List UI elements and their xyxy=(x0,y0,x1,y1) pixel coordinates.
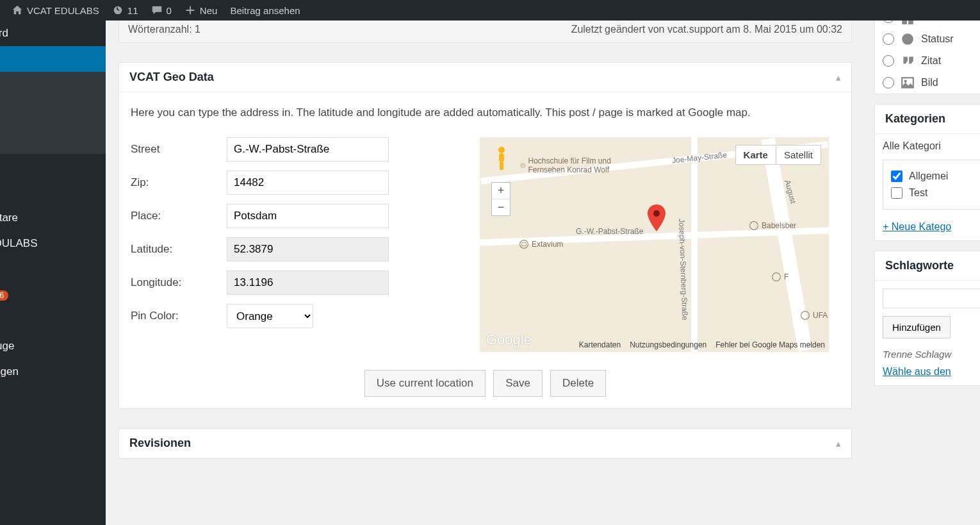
sidebar-item[interactable]: ommentare xyxy=(0,205,106,231)
home-icon xyxy=(12,4,23,16)
sidebar-item[interactable]: orien xyxy=(0,113,106,133)
category-item[interactable]: Allgemei xyxy=(891,168,980,185)
tags-panel: Schlagworte Hinzufügen Trenne Schlagw Wä… xyxy=(874,251,980,386)
zip-label: Zip: xyxy=(131,176,227,189)
update-icon xyxy=(112,4,124,16)
admin-bar: VCAT EDULABS 11 0 Neu Beitrag ansehen xyxy=(0,0,980,21)
road-label: Joe-May-Straße xyxy=(672,151,728,165)
svg-rect-8 xyxy=(500,162,502,170)
sidebar-item[interactable]: Verkzeuge xyxy=(0,333,106,359)
category-item[interactable]: Test xyxy=(891,185,980,201)
longitude-input xyxy=(227,271,389,295)
panel-title: Revisionen xyxy=(129,437,191,450)
zoom-in-button[interactable]: + xyxy=(492,183,510,199)
add-category-link[interactable]: + Neue Katego xyxy=(875,217,980,240)
categories-header[interactable]: Kategorien xyxy=(875,104,980,134)
latitude-input xyxy=(227,237,389,262)
adminbar-view-post[interactable]: Beitrag ansehen xyxy=(224,5,306,16)
category-checkbox[interactable] xyxy=(891,187,902,199)
pin-color-select[interactable]: Orange xyxy=(227,304,313,328)
collapse-icon[interactable]: ▴ xyxy=(836,72,841,83)
geo-description: Here you can type the address in. The la… xyxy=(131,104,840,121)
format-option[interactable]: Bild xyxy=(875,72,980,94)
poi-icon xyxy=(771,272,781,282)
map-type-karte[interactable]: Karte xyxy=(735,145,776,165)
zoom-out-button[interactable]: − xyxy=(492,199,510,215)
save-button[interactable]: Save xyxy=(493,370,543,397)
map-footer: Kartendaten Nutzungsbedingungen Fehler b… xyxy=(480,340,825,349)
geo-panel-header[interactable]: VCAT Geo Data ▴ xyxy=(119,63,851,92)
street-label: Street xyxy=(131,143,227,156)
revisions-panel: Revisionen ▴ xyxy=(118,428,852,459)
svg-point-10 xyxy=(653,210,660,217)
sidebar-item[interactable]: ledien xyxy=(0,154,106,179)
delete-button[interactable]: Delete xyxy=(550,370,606,397)
sidebar-item[interactable]: CAT EDULABS xyxy=(0,231,106,256)
plus-icon xyxy=(184,4,196,16)
google-map[interactable]: G.-W.-Pabst-Straße Joe-May-Straße Joseph… xyxy=(480,137,829,352)
sidebar-item[interactable]: enutzer xyxy=(0,308,106,333)
format-radio[interactable] xyxy=(883,55,894,67)
categories-panel: Kategorien Alle Kategori AllgemeiTest + … xyxy=(874,104,980,241)
sidebar-item[interactable]: lugins6 xyxy=(0,282,106,308)
category-label: Test xyxy=(909,187,927,199)
sidebar-item[interactable]: gworte xyxy=(0,133,106,154)
svg-rect-9 xyxy=(502,162,503,170)
format-radio[interactable] xyxy=(883,77,894,88)
map-type-satellit[interactable]: Satellit xyxy=(776,145,821,165)
use-location-button[interactable]: Use current location xyxy=(364,370,486,397)
sidebar-item[interactable]: eiträge xyxy=(0,72,106,92)
collapse-icon[interactable]: ▴ xyxy=(836,438,841,449)
tag-hint: Trenne Schlagw xyxy=(875,346,980,362)
sidebar-item[interactable]: eiten xyxy=(0,179,106,205)
lon-label: Longitude: xyxy=(131,276,227,289)
map-footer-link[interactable]: Kartendaten xyxy=(579,340,621,349)
poi-label: Hochschule für Film und Fernsehen Konrad… xyxy=(520,156,616,174)
format-option[interactable]: Statusr xyxy=(875,28,980,50)
sidebar-item[interactable]: eiträge xyxy=(0,46,106,72)
svg-point-4 xyxy=(801,312,810,320)
adminbar-site[interactable]: VCAT EDULABS xyxy=(5,4,106,16)
place-input[interactable] xyxy=(227,204,389,228)
map-footer-link[interactable]: Fehler bei Google Maps melden xyxy=(715,340,825,349)
sidebar-item[interactable]: nstellungen xyxy=(0,359,106,385)
choose-tags-link[interactable]: Wähle aus den xyxy=(875,362,980,385)
sidebar-item[interactable]: len xyxy=(0,92,106,113)
adminbar-comments[interactable]: 0 xyxy=(145,4,178,16)
svg-point-5 xyxy=(772,273,781,281)
last-modified: Zuletzt geändert von vcat.support am 8. … xyxy=(571,24,842,35)
svg-point-15 xyxy=(902,33,913,45)
right-sidebar: GalerStatusrZitatBild Kategorien Alle Ka… xyxy=(874,0,980,491)
road-label: G.-W.-Pabst-Straße xyxy=(576,227,643,236)
sidebar-item[interactable]: ashboard xyxy=(0,21,106,46)
svg-rect-7 xyxy=(499,153,504,162)
zip-input[interactable] xyxy=(227,171,389,195)
sidebar-item[interactable]: esign xyxy=(0,256,106,282)
adminbar-new[interactable]: Neu xyxy=(178,4,224,16)
pegman-icon[interactable] xyxy=(491,145,512,173)
panel-title: Schlagworte xyxy=(885,259,954,272)
street-input[interactable] xyxy=(227,137,389,162)
panel-title: Kategorien xyxy=(885,112,945,126)
map-footer-link[interactable]: Nutzungsbedingungen xyxy=(630,340,706,349)
revisions-header[interactable]: Revisionen ▴ xyxy=(119,429,851,458)
format-option[interactable]: Zitat xyxy=(875,50,980,72)
panel-title: VCAT Geo Data xyxy=(129,71,214,84)
map-marker-icon[interactable] xyxy=(648,204,666,233)
categories-tab[interactable]: Alle Kategori xyxy=(875,134,980,152)
poi-icon xyxy=(800,310,810,321)
tags-header[interactable]: Schlagworte xyxy=(875,251,980,281)
geo-data-panel: VCAT Geo Data ▴ Here you can type the ad… xyxy=(118,62,852,409)
status-icon xyxy=(901,32,915,46)
place-label: Place: xyxy=(131,210,227,222)
adminbar-updates[interactable]: 11 xyxy=(106,4,145,16)
poi-icon xyxy=(520,160,525,171)
add-tag-button[interactable]: Hinzufügen xyxy=(883,316,951,338)
format-label: Bild xyxy=(921,77,938,88)
format-radio[interactable] xyxy=(883,33,894,45)
tag-input[interactable] xyxy=(883,288,980,308)
format-label: Zitat xyxy=(921,55,941,67)
category-checkbox[interactable] xyxy=(891,171,902,182)
svg-point-1 xyxy=(520,240,528,249)
svg-rect-2 xyxy=(522,243,526,246)
